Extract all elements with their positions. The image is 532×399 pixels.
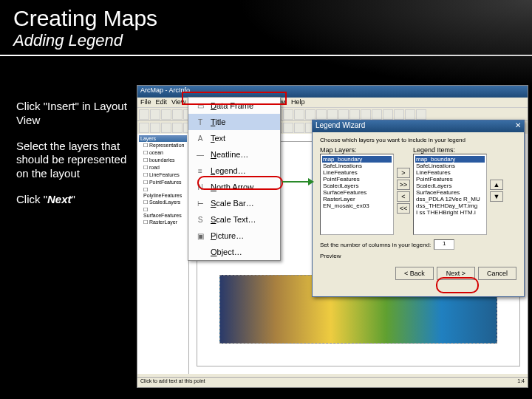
close-icon[interactable]: ✕ — [515, 121, 521, 132]
list-item[interactable]: PointFeatures — [415, 176, 485, 183]
toc-item[interactable]: ☐ boundaries — [139, 157, 187, 164]
text-icon: A — [194, 133, 206, 143]
toc-item[interactable]: ☐ Representation — [139, 142, 187, 149]
list-item[interactable]: dss_THEHDay_MT.img — [415, 202, 485, 209]
tool-icon[interactable] — [338, 109, 349, 120]
map-layers-label: Map Layers: — [320, 146, 394, 154]
list-item[interactable]: RasterLayer — [322, 196, 392, 202]
columns-spinner[interactable]: 1 — [434, 239, 454, 250]
list-item[interactable]: PointFeatures — [322, 176, 392, 183]
list-item[interactable]: SafeLineations — [415, 163, 485, 169]
next-button[interactable]: Next > — [437, 267, 475, 280]
list-item[interactable]: dss_PDLA 12Vec R_MU — [415, 196, 485, 202]
tool-icon[interactable] — [383, 109, 393, 120]
menu-item-dataframe[interactable]: ▭Data Frame — [188, 98, 280, 114]
wizard-title-text: Legend Wizard — [316, 121, 365, 132]
menu-help[interactable]: Help — [291, 98, 305, 106]
move-up-button[interactable]: ▲ — [490, 180, 503, 190]
tool-icon[interactable] — [172, 109, 183, 120]
legend-items-list[interactable]: map_boundarySafeLineationsLineFeaturesPo… — [413, 154, 487, 235]
remove-button[interactable]: < — [397, 191, 410, 202]
status-left: Click to add text at this point — [140, 378, 205, 386]
cancel-button[interactable]: Cancel — [478, 267, 516, 280]
list-item[interactable]: LineFeatures — [322, 169, 392, 176]
menu-item-label: Title — [211, 117, 225, 126]
tool-icon[interactable] — [139, 109, 149, 120]
menu-item-picture[interactable]: ▣Picture… — [188, 228, 280, 244]
list-item[interactable]: I ss THEHBright HTM.i — [415, 209, 485, 216]
add-all-button[interactable]: >> — [397, 180, 410, 190]
menu-item-label: Object… — [211, 248, 242, 256]
add-button[interactable]: > — [397, 168, 410, 178]
tool-icon[interactable] — [161, 123, 171, 133]
list-item[interactable]: EN_mosaic_ex03 — [322, 202, 392, 209]
list-item[interactable]: ScaledLayers — [415, 183, 485, 189]
title-icon: T — [194, 117, 206, 127]
step-3: Click "Next" — [16, 193, 134, 207]
menu-item-scalebar[interactable]: ⊢Scale Bar… — [188, 195, 280, 211]
toc-item[interactable]: ☐ PointFeatures — [139, 179, 187, 186]
tool-icon[interactable] — [405, 109, 415, 120]
tool-icon[interactable] — [283, 109, 293, 120]
tool-icon[interactable] — [372, 109, 382, 120]
remove-all-button[interactable]: << — [397, 203, 410, 214]
tool-icon[interactable] — [172, 123, 183, 133]
toc-item[interactable]: ☐ ScaledLayers — [139, 199, 187, 206]
tool-icon[interactable] — [361, 109, 371, 120]
tool-icon[interactable] — [316, 109, 327, 120]
toc-item[interactable]: ☐ SurfaceFeatures — [139, 206, 187, 219]
wizard-titlebar[interactable]: Legend Wizard ✕ — [313, 120, 524, 132]
northarrow-icon: N — [194, 182, 206, 192]
neatline-icon: — — [194, 149, 206, 160]
menu-edit[interactable]: Edit — [156, 98, 168, 106]
tool-icon[interactable] — [283, 123, 293, 133]
list-item[interactable]: LineFeatures — [415, 169, 485, 176]
tool-icon[interactable] — [161, 109, 171, 120]
menu-item-text[interactable]: AText — [188, 130, 280, 146]
list-item[interactable]: SurfaceFeatures — [415, 189, 485, 196]
list-item[interactable]: map_boundary — [415, 156, 485, 163]
legend-wizard-dialog: Legend Wizard ✕ Choose which layers you … — [312, 120, 525, 297]
list-item[interactable]: SurfaceFeatures — [322, 189, 392, 196]
tool-icon[interactable] — [394, 109, 404, 120]
list-item[interactable]: ScaledLayers — [322, 183, 392, 189]
menu-item-scaletext[interactable]: SScale Text… — [188, 211, 280, 228]
arcmap-titlebar: ArcMap - ArcInfo — [137, 86, 528, 98]
tool-icon[interactable] — [305, 109, 316, 120]
insert-menu[interactable]: ▭Data FrameTTitleAText—Neatline…≡Legend…… — [188, 97, 281, 261]
tool-icon[interactable] — [139, 123, 149, 133]
menu-item-northarrow[interactable]: NNorth Arrow… — [188, 179, 280, 195]
tool-icon[interactable] — [349, 109, 360, 120]
back-button[interactable]: < Back — [395, 267, 434, 280]
list-item[interactable]: SafeLineations — [322, 163, 392, 169]
menu-item-label: Neatline… — [211, 150, 248, 159]
preview-button[interactable]: Preview — [320, 253, 516, 259]
legend-icon: ≡ — [194, 166, 206, 176]
toc-item[interactable]: ☐ PolylineFeatures — [139, 186, 187, 199]
toc-item[interactable]: ☐ road — [139, 164, 187, 171]
step-1: Click "Insert" in Layout View — [16, 100, 134, 128]
menu-item-label: Scale Bar… — [211, 199, 254, 208]
menu-item-title[interactable]: TTitle — [188, 114, 280, 130]
map-layers-list[interactable]: map_boundarySafeLineationsLineFeaturesPo… — [320, 154, 394, 235]
tool-icon[interactable] — [416, 109, 426, 120]
menu-file[interactable]: File — [140, 98, 151, 106]
toc-item[interactable]: ☐ ocean — [139, 149, 187, 157]
menu-item-neatline[interactable]: —Neatline… — [188, 146, 280, 163]
instructions: Click "Insert" in Layout View Select the… — [16, 100, 134, 219]
menu-item-legend[interactable]: ≡Legend… — [188, 163, 280, 179]
tool-icon[interactable] — [294, 109, 304, 120]
menu-view[interactable]: View — [171, 98, 185, 106]
move-down-button[interactable]: ▼ — [490, 191, 503, 202]
tool-icon[interactable] — [294, 123, 304, 133]
table-of-contents[interactable]: Layers ☐ Representation☐ ocean☐ boundari… — [137, 134, 189, 374]
menu-item-object[interactable]: Object… — [188, 244, 280, 260]
tool-icon[interactable] — [150, 123, 160, 133]
arrow-annotation — [282, 181, 313, 183]
transfer-buttons: > >> < << — [397, 146, 410, 235]
toc-item[interactable]: ☐ LineFeatures — [139, 171, 187, 179]
tool-icon[interactable] — [327, 109, 338, 120]
list-item[interactable]: map_boundary — [322, 156, 392, 163]
toc-item[interactable]: ☐ RasterLayer — [139, 219, 187, 226]
tool-icon[interactable] — [150, 109, 160, 120]
